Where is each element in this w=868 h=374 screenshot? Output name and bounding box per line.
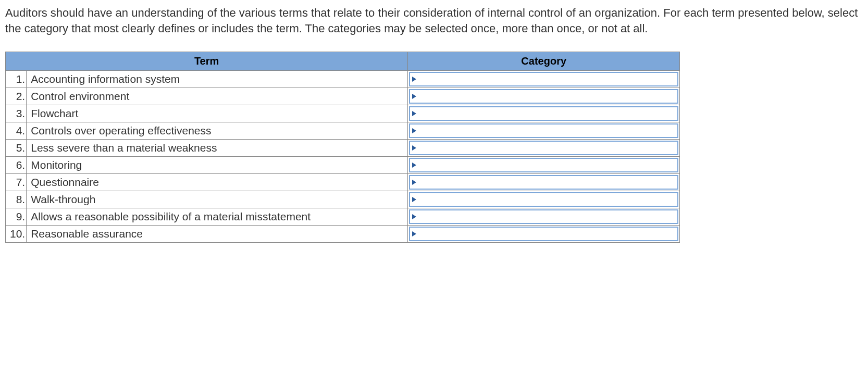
category-dropdown[interactable] (409, 175, 678, 190)
term-cell: Control environment (27, 88, 408, 105)
row-number: 8. (6, 191, 27, 208)
category-cell (408, 157, 680, 174)
table-row: 2.Control environment (6, 88, 680, 105)
category-cell (408, 140, 680, 157)
dropdown-arrow-icon (412, 128, 416, 133)
category-cell (408, 208, 680, 226)
dropdown-arrow-icon (412, 231, 416, 236)
category-dropdown[interactable] (409, 158, 678, 172)
header-term: Term (6, 52, 408, 71)
instructions-text: Auditors should have an understanding of… (5, 5, 863, 36)
term-cell: Flowchart (27, 105, 408, 122)
term-cell: Allows a reasonable possibility of a mat… (27, 208, 408, 226)
category-dropdown[interactable] (409, 72, 678, 86)
category-dropdown[interactable] (409, 106, 678, 121)
row-number: 6. (6, 157, 27, 174)
dropdown-arrow-icon (412, 180, 416, 185)
category-dropdown[interactable] (409, 209, 678, 224)
term-cell: Accounting information system (27, 71, 408, 88)
dropdown-arrow-icon (412, 145, 416, 151)
category-cell (408, 174, 680, 191)
term-cell: Controls over operating effectiveness (27, 122, 408, 140)
table-row: 6.Monitoring (6, 157, 680, 174)
dropdown-arrow-icon (412, 163, 416, 168)
category-cell (408, 71, 680, 88)
row-number: 3. (6, 105, 27, 122)
dropdown-arrow-icon (412, 214, 416, 219)
table-row: 7.Questionnaire (6, 174, 680, 191)
term-cell: Less severe than a material weakness (27, 140, 408, 157)
term-cell: Questionnaire (27, 174, 408, 191)
category-dropdown[interactable] (409, 89, 678, 104)
dropdown-arrow-icon (412, 77, 416, 82)
category-dropdown[interactable] (409, 192, 678, 207)
header-category: Category (408, 52, 680, 71)
row-number: 5. (6, 140, 27, 157)
dropdown-arrow-icon (412, 197, 416, 202)
row-number: 2. (6, 88, 27, 105)
category-cell (408, 105, 680, 122)
term-cell: Reasonable assurance (27, 226, 408, 243)
dropdown-arrow-icon (412, 111, 416, 116)
category-cell (408, 191, 680, 208)
category-dropdown[interactable] (409, 123, 678, 138)
row-number: 7. (6, 174, 27, 191)
row-number: 10. (6, 226, 27, 243)
row-number: 9. (6, 208, 27, 226)
table-row: 3.Flowchart (6, 105, 680, 122)
row-number: 4. (6, 122, 27, 140)
table-row: 5.Less severe than a material weakness (6, 140, 680, 157)
term-category-table: Term Category 1.Accounting information s… (5, 52, 680, 243)
table-row: 9.Allows a reasonable possibility of a m… (6, 208, 680, 226)
table-row: 8.Walk-through (6, 191, 680, 208)
dropdown-arrow-icon (412, 94, 416, 99)
category-dropdown[interactable] (409, 141, 678, 155)
table-row: 10.Reasonable assurance (6, 226, 680, 243)
category-dropdown[interactable] (409, 227, 678, 241)
row-number: 1. (6, 71, 27, 88)
category-cell (408, 226, 680, 243)
term-cell: Monitoring (27, 157, 408, 174)
term-cell: Walk-through (27, 191, 408, 208)
table-row: 1.Accounting information system (6, 71, 680, 88)
category-cell (408, 88, 680, 105)
category-cell (408, 122, 680, 140)
table-row: 4.Controls over operating effectiveness (6, 122, 680, 140)
